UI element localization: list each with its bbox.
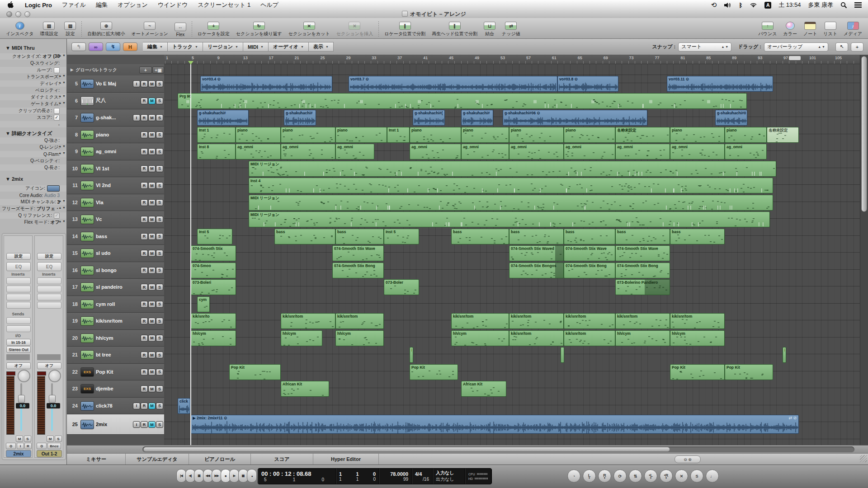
- track-header-vla[interactable]: 12VlaRMS: [67, 194, 164, 211]
- midi-region[interactable]: Pop Kit: [229, 364, 281, 380]
- midi-region[interactable]: kik/snr/tom: [281, 313, 335, 329]
- mute-button[interactable]: M: [148, 403, 156, 409]
- audio-region[interactable]: g-shakuhachi#: [197, 110, 249, 126]
- toolbar-button-flex[interactable]: ↔Flex: [171, 20, 189, 38]
- strip-eq-button[interactable]: EQ: [37, 262, 61, 271]
- pointer-tool-button[interactable]: ↖: [835, 42, 848, 52]
- toolbar-button-merge[interactable]: ⊔結合: [481, 20, 499, 38]
- solo-button[interactable]: S: [156, 98, 163, 104]
- time-machine-icon[interactable]: ⟲: [711, 1, 717, 9]
- solo-button[interactable]: S: [156, 385, 163, 392]
- track-header-vl-1st[interactable]: 10Vl 1stRMS: [67, 160, 164, 178]
- mute-button[interactable]: M: [148, 250, 156, 257]
- audio-region[interactable]: g-shakuhachi#: [461, 110, 493, 126]
- solo-button[interactable]: S: [156, 114, 163, 121]
- transport-autopunch-button[interactable]: ⇅: [629, 469, 642, 483]
- mute-button[interactable]: M: [148, 182, 156, 189]
- solo-button[interactable]: S: [156, 216, 163, 223]
- midi-region[interactable]: piano: [236, 127, 281, 143]
- snap-select[interactable]: スマート▲ ▼: [678, 42, 731, 52]
- strip-name[interactable]: 2mix: [6, 450, 31, 457]
- audio-region[interactable]: vo#03.11 ⊙: [667, 76, 773, 92]
- apple-menu[interactable]: [0, 0, 20, 10]
- record-enable-button[interactable]: R: [141, 199, 148, 206]
- midi-region[interactable]: African Kit: [461, 381, 506, 397]
- audio-region[interactable]: ▶ 2mix: 2mix#11 ⊙⇄ ⊘: [191, 415, 799, 434]
- record-enable-button[interactable]: R: [141, 403, 148, 409]
- solo-button[interactable]: S: [156, 131, 163, 138]
- playhead-handle[interactable]: [188, 61, 193, 65]
- midi-region[interactable]: hh/cym: [191, 330, 236, 346]
- record-enable-button[interactable]: R: [141, 369, 148, 375]
- bar-ruler[interactable]: 1591317212529333741454953576165697377818…: [164, 55, 860, 64]
- track-header-ag_omni[interactable]: 9ag_omniRMS: [67, 143, 164, 160]
- midi-region[interactable]: ag_omni: [461, 144, 509, 160]
- arrange-area[interactable]: 1591317212529333741454953576165697377818…: [164, 55, 860, 445]
- inspector-param-row[interactable]: クリップの長さ:: [0, 108, 67, 114]
- toolbar-button-media[interactable]: ♪メディア: [840, 20, 865, 38]
- track-header-vl-2nd[interactable]: 11Vl 2ndRMS: [67, 177, 164, 194]
- param-checkbox[interactable]: [54, 67, 60, 73]
- mute-button[interactable]: M: [148, 267, 156, 274]
- midi-region[interactable]: kik/snr/tom: [670, 313, 725, 329]
- record-enable-button[interactable]: R: [141, 182, 148, 189]
- midi-region[interactable]: piano: [281, 127, 335, 143]
- insert-slot[interactable]: [37, 294, 61, 300]
- inspector-param-row[interactable]: Q-強さ:: [0, 137, 67, 144]
- midi-region[interactable]: Prg 90: [178, 93, 747, 109]
- midi-region[interactable]: ag_omni: [236, 144, 281, 160]
- menu-item-5[interactable]: スクリーンセット 1: [193, 0, 255, 10]
- editor-tab-2[interactable]: ピアノロール: [189, 454, 251, 465]
- arrange-menu-1[interactable]: トラック▼: [168, 42, 203, 52]
- transport-punch-out-button[interactable]: •R▼: [660, 469, 673, 483]
- midi-region[interactable]: 074-Smooth Stix Waved: [509, 245, 564, 261]
- midi-region[interactable]: ag_omni: [615, 144, 670, 160]
- midi-region[interactable]: MIDI リージョン: [249, 161, 776, 177]
- midi-region[interactable]: 074-Smooth Stix Bong: [332, 263, 384, 278]
- send-slot[interactable]: [6, 317, 31, 324]
- mute-button[interactable]: M: [148, 98, 156, 104]
- toolbar-button-prefs[interactable]: ▤環境設定: [37, 20, 61, 38]
- track-lanes[interactable]: vo#03.4 ⊙vo#03.7 ⊙vo#03.8 ⊙vo#03.11 ⊙Prg…: [164, 64, 860, 445]
- mute-button[interactable]: M: [148, 216, 156, 223]
- input-monitor-button[interactable]: I: [17, 443, 24, 449]
- midi-region[interactable]: 074-Smooth Stix Wave: [615, 245, 670, 261]
- midi-region[interactable]: ag_omni: [509, 144, 564, 160]
- record-enable-button[interactable]: R: [141, 318, 148, 324]
- midi-region[interactable]: piano: [461, 127, 509, 143]
- transport-punch-in-button[interactable]: •L▼: [644, 469, 657, 483]
- midi-region[interactable]: kik/snr/tom: [564, 313, 615, 329]
- solo-button[interactable]: S: [156, 250, 163, 257]
- mute-button[interactable]: M: [148, 318, 156, 324]
- audio-region[interactable]: g-shakuhachi#: [284, 110, 316, 126]
- advanced-quantize-header[interactable]: ▼ 詳細クオンタイズ: [0, 130, 67, 137]
- mute-button[interactable]: M: [148, 165, 156, 172]
- inspector-param-row[interactable]: Q-Flam:▲ ▼: [0, 151, 67, 157]
- midi-region[interactable]: hh/cym: [615, 330, 670, 346]
- midi-region[interactable]: b: [410, 347, 413, 363]
- lcd-signature[interactable]: 4/4/16: [412, 469, 433, 484]
- volume-fader-thumb[interactable]: [49, 395, 56, 403]
- midi-region[interactable]: Pop Kit: [725, 364, 773, 380]
- pan-knob[interactable]: [48, 370, 61, 382]
- mute-button[interactable]: M: [148, 352, 156, 358]
- inspector-param-row[interactable]: アイコン:: [0, 185, 67, 192]
- inspector-param-row[interactable]: MIDI チャンネル:3▲ ▼: [0, 199, 67, 205]
- solo-button[interactable]: S: [156, 80, 163, 87]
- param-checkbox[interactable]: ✓: [54, 115, 60, 121]
- inspector-param-row[interactable]: ディレイ:▲ ▼: [0, 80, 67, 87]
- midi-region[interactable]: 074-Smooth Stix Bong: [615, 263, 670, 278]
- midi-region[interactable]: 073-Boler: [384, 279, 419, 295]
- transport-metronome-button[interactable]: ♩: [706, 469, 719, 483]
- solo-button[interactable]: S: [55, 436, 62, 442]
- midi-region[interactable]: Inst 5: [384, 229, 419, 244]
- insert-slot[interactable]: [6, 294, 31, 300]
- inspector-param-row[interactable]: -: [0, 121, 67, 127]
- menu-item-2[interactable]: 編集: [91, 0, 113, 10]
- midi-region[interactable]: piano: [564, 127, 615, 143]
- arrange-menu-2[interactable]: リージョン▼: [203, 42, 243, 52]
- solo-button[interactable]: S: [156, 335, 163, 342]
- midi-region[interactable]: MIDI リージョン: [249, 211, 770, 227]
- mute-button[interactable]: M: [47, 436, 54, 442]
- midi-region[interactable]: bass: [335, 229, 384, 244]
